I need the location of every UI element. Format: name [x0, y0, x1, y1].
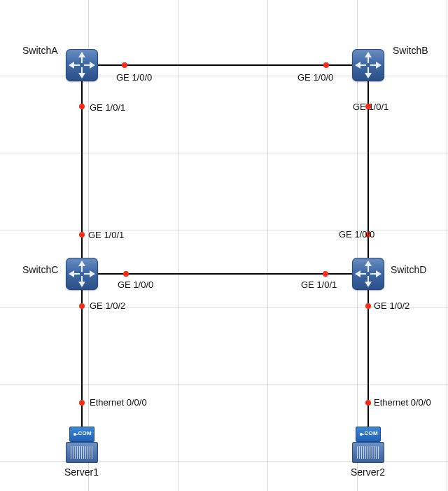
- port-dot: [365, 303, 371, 309]
- edge-A-B: [98, 64, 352, 66]
- port-label: GE 1/0/0: [116, 72, 152, 83]
- edge-C-S1: [81, 290, 83, 427]
- svg-marker-9: [78, 276, 85, 287]
- port-dot: [323, 62, 329, 68]
- port-label: Ethernet 0/0/0: [374, 397, 431, 408]
- server-rack-icon: [66, 442, 98, 463]
- edge-D-S2: [368, 290, 369, 427]
- port-label: GE 1/0/0: [298, 72, 333, 83]
- switch-D: [352, 258, 384, 290]
- port-label: GE 1/0/1: [90, 102, 125, 113]
- port-dot: [323, 271, 328, 277]
- port-dot: [365, 400, 371, 406]
- switch-arrows-icon: [352, 49, 384, 81]
- svg-marker-2: [69, 62, 80, 69]
- server-2: .COM: [352, 427, 384, 463]
- switch-A-label: SwitchA: [22, 45, 58, 56]
- port-label: GE 1/0/1: [353, 102, 388, 112]
- switch-D-label: SwitchD: [391, 264, 426, 275]
- svg-marker-6: [355, 62, 366, 69]
- port-label: Ethernet 0/0/0: [90, 397, 147, 408]
- server-1: .COM: [66, 427, 98, 463]
- svg-marker-0: [78, 52, 85, 63]
- switch-C: [66, 258, 98, 290]
- port-dot: [122, 62, 127, 68]
- svg-marker-13: [365, 276, 372, 287]
- diagram-canvas: GE 1/0/0 GE 1/0/0 GE 1/0/1 GE 1/0/1 GE 1…: [0, 0, 448, 491]
- switch-arrows-icon: [352, 258, 384, 290]
- switch-C-label: SwitchC: [22, 264, 58, 275]
- server-1-label: Server1: [64, 466, 99, 478]
- svg-marker-10: [69, 270, 80, 277]
- port-dot: [79, 400, 85, 406]
- switch-B-label: SwitchB: [393, 45, 428, 56]
- switch-arrows-icon: [66, 49, 98, 81]
- svg-marker-5: [365, 67, 372, 78]
- svg-marker-11: [84, 270, 95, 277]
- port-label: GE 1/0/2: [374, 300, 410, 311]
- edge-C-D: [98, 273, 352, 275]
- port-label: GE 1/0/1: [88, 230, 124, 240]
- svg-marker-15: [370, 270, 382, 277]
- switch-arrows-icon: [66, 258, 98, 290]
- port-label: GE 1/0/0: [339, 229, 374, 240]
- switch-B: [352, 49, 384, 81]
- port-label: GE 1/0/2: [90, 300, 125, 311]
- svg-marker-8: [78, 261, 85, 272]
- svg-marker-3: [84, 62, 95, 69]
- port-dot: [123, 271, 129, 277]
- svg-marker-4: [365, 52, 372, 63]
- port-dot: [79, 303, 85, 309]
- server-2-label: Server2: [351, 466, 385, 478]
- svg-marker-14: [355, 270, 366, 277]
- server-display-icon: .COM: [356, 427, 381, 442]
- port-dot: [79, 232, 85, 237]
- switch-A: [66, 49, 98, 81]
- port-label: GE 1/0/0: [118, 279, 153, 290]
- port-dot: [79, 104, 85, 109]
- svg-marker-12: [365, 261, 372, 272]
- server-display-icon: .COM: [69, 427, 94, 442]
- svg-marker-7: [370, 62, 382, 69]
- svg-marker-1: [78, 67, 85, 78]
- port-label: GE 1/0/1: [301, 279, 337, 290]
- server-rack-icon: [352, 442, 384, 463]
